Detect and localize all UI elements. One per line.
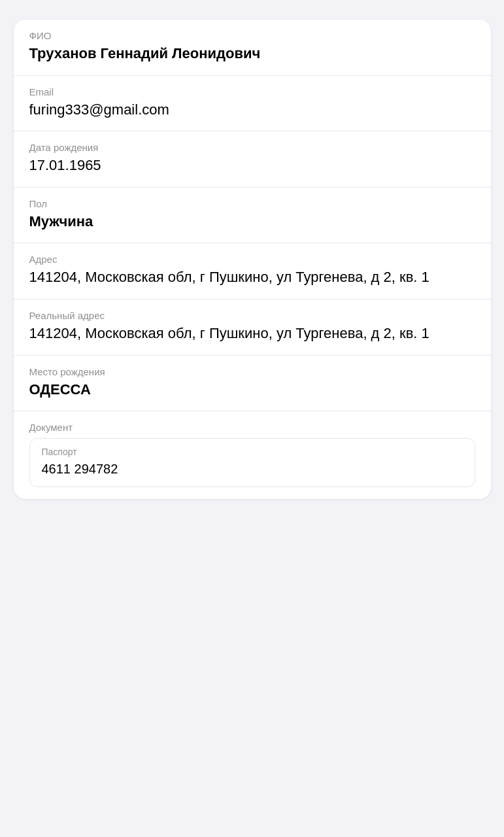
sub-card-passport: Паспорт 4611 294782	[29, 438, 475, 487]
label-fio: ФИО	[29, 30, 475, 41]
value-passport-number: 4611 294782	[42, 460, 463, 477]
field-birth-place: Место рождения ОДЕССА	[14, 356, 491, 412]
field-gender: Пол Мужчина	[14, 188, 491, 244]
field-fio: ФИО Труханов Геннадий Леонидович	[14, 20, 491, 76]
label-birth-place: Место рождения	[29, 366, 475, 377]
value-email: furing333@gmail.com	[29, 101, 475, 120]
label-document: Документ	[29, 422, 475, 433]
value-gender: Мужчина	[29, 213, 475, 231]
value-birth-date: 17.01.1965	[29, 156, 475, 175]
label-address: Адрес	[29, 254, 475, 265]
field-birth-date: Дата рождения 17.01.1965	[14, 131, 491, 188]
field-real-address: Реальный адрес 141204, Московская обл, г…	[14, 299, 491, 356]
label-email: Email	[29, 86, 475, 97]
field-address: Адрес 141204, Московская обл, г Пушкино,…	[14, 243, 491, 299]
profile-card: ФИО Труханов Геннадий Леонидович Email f…	[14, 20, 491, 499]
label-real-address: Реальный адрес	[29, 310, 475, 321]
label-passport-type: Паспорт	[42, 447, 463, 457]
field-email: Email furing333@gmail.com	[14, 76, 491, 132]
value-address: 141204, Московская обл, г Пушкино, ул Ту…	[29, 268, 475, 287]
value-fio: Труханов Геннадий Леонидович	[29, 44, 475, 63]
value-real-address: 141204, Московская обл, г Пушкино, ул Ту…	[29, 324, 475, 343]
label-birth-date: Дата рождения	[29, 142, 475, 153]
field-passport: Паспорт 4611 294782	[30, 439, 475, 487]
label-gender: Пол	[29, 198, 475, 209]
value-birth-place: ОДЕССА	[29, 381, 475, 400]
field-document: Документ Паспорт 4611 294782	[14, 411, 491, 499]
